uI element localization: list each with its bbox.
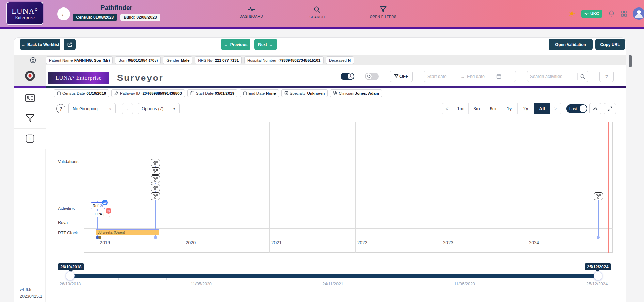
fullscreen-button[interactable] [604,103,616,114]
field-value: Unknown [307,91,325,95]
environment-badge[interactable]: UKC [581,10,602,18]
nav-search[interactable]: SEARCH [293,6,341,19]
range-6m-button[interactable]: 6m [485,103,501,114]
grouping-select[interactable]: No Grouping ∨ [68,103,116,114]
validation-marker[interactable] [151,167,160,175]
theme-sun-icon[interactable] [568,10,576,17]
slider-tick-label: 24/11/2021 [322,282,343,286]
date-range-picker[interactable]: → [424,71,516,82]
axis-year: 2019 [100,240,110,245]
clinician-stethoscope-icon [333,91,337,95]
nav-dashboard[interactable]: DASHBOARD [227,6,275,18]
timeline-dot [597,236,600,239]
timeline-plot[interactable] [84,122,613,253]
tags-toggle[interactable] [365,73,379,80]
notifications-bell-icon[interactable] [608,10,615,17]
range-2y-button[interactable]: 2y [518,103,534,114]
info-icon: i [349,74,352,78]
user-avatar[interactable] [633,7,644,20]
range-1m-button[interactable]: 1m [452,103,469,114]
search-activities-input[interactable] [530,74,575,79]
start-date-input[interactable] [427,74,459,79]
field-value: Jones, Adam [355,91,379,95]
range-prev-button[interactable]: < [442,103,452,114]
info-toggle[interactable]: i [341,73,354,80]
last-toggle[interactable]: Last [566,104,587,113]
help-button[interactable]: ? [56,104,65,113]
slider-start-badge: 26/10/2018 [58,263,84,270]
calendar-icon [190,91,194,95]
chevron-right-icon: > [554,106,557,111]
last-toggle-knob [580,105,587,112]
next-button[interactable]: Next → [254,39,277,50]
open-validation-label: Open Validation [555,42,586,47]
open-validation-button[interactable]: Open Validation [549,39,593,50]
patient-pills: Patient NameFANNING, Son (Mr) Born06/01/… [46,56,354,64]
info-toggle-knob: i [348,73,354,79]
id-card-icon [25,94,35,102]
range-slider-track[interactable] [70,274,598,278]
patient-gender-pill: GenderMale [163,56,192,64]
workflow-icon [153,177,158,182]
gridline [441,122,441,253]
rtt-clock-label: 38 weeks (Open) [98,230,125,234]
opa-label: OPA [95,212,102,216]
search-icon [314,6,320,13]
top-right-cluster: UKC [568,7,644,20]
calendar-icon [57,91,61,95]
previous-button[interactable]: ← Previous [221,39,250,50]
sidebar-item-surveyor[interactable] [14,65,46,86]
validation-marker[interactable] [151,175,160,183]
slider-handle-end[interactable] [594,271,602,280]
grouping-value: No Grouping [73,106,98,111]
patient-hospital-number-pill: Hospital Number-7933948027345515101 [244,56,324,64]
sidebar-item-patient-card[interactable] [14,88,46,108]
nav-search-label: SEARCH [309,15,325,19]
range-1y-button[interactable]: 1y [501,103,518,114]
accent-divider [0,27,644,29]
watch-target-icon[interactable] [30,57,36,64]
search-icon[interactable] [580,74,585,79]
slider-handle-start[interactable] [66,271,75,280]
rtt-clock-bar[interactable]: 38 weeks (Open) [96,229,159,235]
field-value: Male [181,58,190,62]
apps-grid-icon[interactable] [621,11,627,17]
nav-open-filters[interactable]: OPEN FILTERS [359,6,407,19]
build-number: 20230425.1 [20,293,42,300]
sidebar-item-filters[interactable] [14,108,46,129]
field-label: Gender [166,58,179,62]
validation-marker[interactable] [151,184,160,191]
field-label: Deceased [329,58,347,62]
activity-search[interactable] [527,71,588,82]
census-date-pill: Census Date01/10/2019 [54,89,109,97]
copy-url-button[interactable]: Copy URL [595,39,625,50]
range-next-button[interactable]: > [550,103,561,114]
copy-url-label: Copy URL [600,42,620,47]
ungroup-button[interactable]: - [122,103,133,114]
back-circle-button[interactable]: ← [57,7,70,20]
back-to-worklist-button[interactable]: ← Back to Worklist [20,39,60,50]
range-all-button[interactable]: All [534,103,550,114]
scrollbar-thumb[interactable] [629,55,632,67]
options-dropdown[interactable]: Options (7) ▼ [138,103,180,114]
date-range-arrow-icon: → [461,74,465,79]
back-to-worklist-label: Back to Worklist [27,42,59,47]
more-options-dropdown-button[interactable]: ▽ [599,71,614,82]
record-target-icon [25,71,35,81]
validation-marker[interactable] [594,192,603,200]
end-date-input[interactable] [467,74,494,79]
open-external-button[interactable] [64,39,76,50]
previous-label: Previous [230,42,248,47]
sidebar-item-info[interactable]: i [14,129,46,149]
validation-marker[interactable] [151,159,160,166]
workflow-icon [153,186,158,190]
page-scrollbar[interactable] [628,53,632,302]
funnel-icon [25,114,35,123]
timeline-dot [98,236,101,239]
gridline [184,122,184,253]
filter-state-button[interactable]: OFF [390,71,413,82]
build-badge: Build: 02/08/2023 [120,14,160,21]
collapse-chart-button[interactable] [589,103,601,114]
range-3m-button[interactable]: 3m [469,103,485,114]
validation-marker[interactable] [151,192,160,200]
